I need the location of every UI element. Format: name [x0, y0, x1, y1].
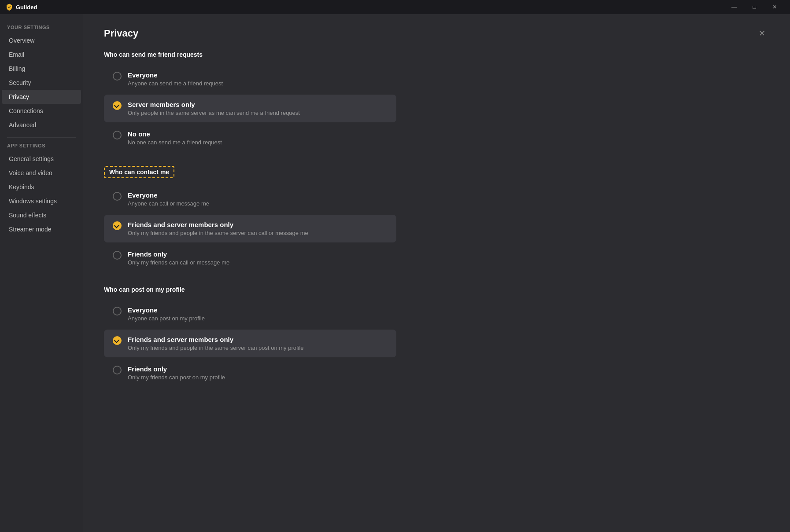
maximize-button[interactable]: □ — [744, 0, 764, 14]
cm-everyone-desc: Anyone can call or message me — [128, 200, 209, 207]
cm-friends-server-radio — [113, 221, 122, 230]
sidebar-item-streamer-mode[interactable]: Streamer mode — [2, 222, 81, 236]
cm-friends-server-label: Friends and server members only — [128, 221, 308, 228]
contact-me-section-title: Who can contact me — [109, 169, 169, 176]
sidebar-item-connections[interactable]: Connections — [2, 104, 81, 118]
sidebar-item-privacy[interactable]: Privacy — [2, 90, 81, 104]
friend-requests-options: Everyone Anyone can send me a friend req… — [104, 65, 396, 152]
fr-no-one-option[interactable]: No one No one can send me a friend reque… — [104, 124, 396, 152]
pp-friends-server-option[interactable]: Friends and server members only Only my … — [104, 330, 396, 357]
post-on-profile-options: Everyone Anyone can post on my profile F… — [104, 300, 396, 387]
cm-friends-server-option[interactable]: Friends and server members only Only my … — [104, 215, 396, 242]
sidebar-item-billing[interactable]: Billing — [2, 62, 81, 76]
cm-everyone-radio — [113, 192, 122, 201]
pp-everyone-desc: Anyone can post on my profile — [128, 315, 205, 322]
pp-friends-only-desc: Only my friends can post on my profile — [128, 374, 225, 381]
guilded-logo-icon — [5, 3, 13, 11]
pp-friends-server-desc: Only my friends and people in the same s… — [128, 345, 304, 351]
page-close-button[interactable]: ✕ — [755, 26, 769, 40]
pp-everyone-radio — [113, 307, 122, 316]
fr-server-members-option[interactable]: Server members only Only people in the s… — [104, 95, 396, 122]
pp-friends-only-radio — [113, 366, 122, 374]
sidebar-item-security[interactable]: Security — [2, 76, 81, 90]
fr-server-members-label: Server members only — [128, 101, 300, 108]
friend-requests-section-title: Who can send me friend requests — [104, 51, 396, 58]
sidebar-item-windows-settings[interactable]: Windows settings — [2, 194, 81, 208]
cm-friends-only-label: Friends only — [128, 250, 229, 258]
sidebar-item-keybinds[interactable]: Keybinds — [2, 180, 81, 194]
sidebar-item-sound-effects[interactable]: Sound effects — [2, 208, 81, 222]
sidebar-item-advanced[interactable]: Advanced — [2, 118, 81, 132]
contact-me-section-highlight: Who can contact me — [104, 166, 174, 178]
app-settings-label: App settings — [0, 143, 83, 152]
main-content: Privacy ✕ Who can send me friend request… — [83, 14, 790, 532]
title-bar: Guilded — □ ✕ — [0, 0, 790, 14]
fr-everyone-option[interactable]: Everyone Anyone can send me a friend req… — [104, 65, 396, 93]
pp-friends-only-option[interactable]: Friends only Only my friends can post on… — [104, 359, 396, 387]
pp-friends-server-label: Friends and server members only — [128, 336, 304, 343]
content-area: Who can send me friend requests Everyone… — [83, 51, 417, 422]
app-body: Your settings Overview Email Billing Sec… — [0, 14, 790, 532]
minimize-button[interactable]: — — [724, 0, 744, 14]
cm-everyone-label: Everyone — [128, 191, 209, 199]
fr-server-members-desc: Only people in the same server as me can… — [128, 110, 300, 116]
post-on-profile-section-title: Who can post on my profile — [104, 286, 396, 293]
fr-server-members-radio — [113, 101, 122, 110]
pp-friends-only-label: Friends only — [128, 365, 225, 373]
cm-friends-only-option[interactable]: Friends only Only my friends can call or… — [104, 244, 396, 272]
contact-me-options: Everyone Anyone can call or message me F… — [104, 185, 396, 272]
sidebar-item-general-settings[interactable]: General settings — [2, 152, 81, 166]
pp-everyone-label: Everyone — [128, 306, 205, 314]
cm-everyone-option[interactable]: Everyone Anyone can call or message me — [104, 185, 396, 213]
app-name: Guilded — [16, 4, 37, 11]
app-logo: Guilded — [5, 3, 37, 11]
window-controls: — □ ✕ — [724, 0, 785, 14]
page-title: Privacy — [104, 28, 138, 39]
sidebar: Your settings Overview Email Billing Sec… — [0, 14, 83, 532]
your-settings-label: Your settings — [0, 25, 83, 33]
sidebar-divider — [7, 137, 76, 138]
fr-everyone-label: Everyone — [128, 71, 223, 79]
fr-no-one-label: No one — [128, 130, 222, 138]
cm-friends-only-desc: Only my friends can call or message me — [128, 259, 229, 266]
page-header: Privacy ✕ — [83, 14, 790, 51]
sidebar-item-voice-and-video[interactable]: Voice and video — [2, 166, 81, 180]
sidebar-item-email[interactable]: Email — [2, 48, 81, 62]
cm-friends-only-radio — [113, 251, 122, 260]
sidebar-item-overview[interactable]: Overview — [2, 33, 81, 48]
fr-no-one-radio — [113, 131, 122, 139]
fr-everyone-desc: Anyone can send me a friend request — [128, 80, 223, 87]
window-close-button[interactable]: ✕ — [764, 0, 785, 14]
cm-friends-server-desc: Only my friends and people in the same s… — [128, 230, 308, 236]
fr-no-one-desc: No one can send me a friend request — [128, 139, 222, 146]
pp-friends-server-radio — [113, 336, 122, 345]
fr-everyone-radio — [113, 72, 122, 81]
pp-everyone-option[interactable]: Everyone Anyone can post on my profile — [104, 300, 396, 328]
